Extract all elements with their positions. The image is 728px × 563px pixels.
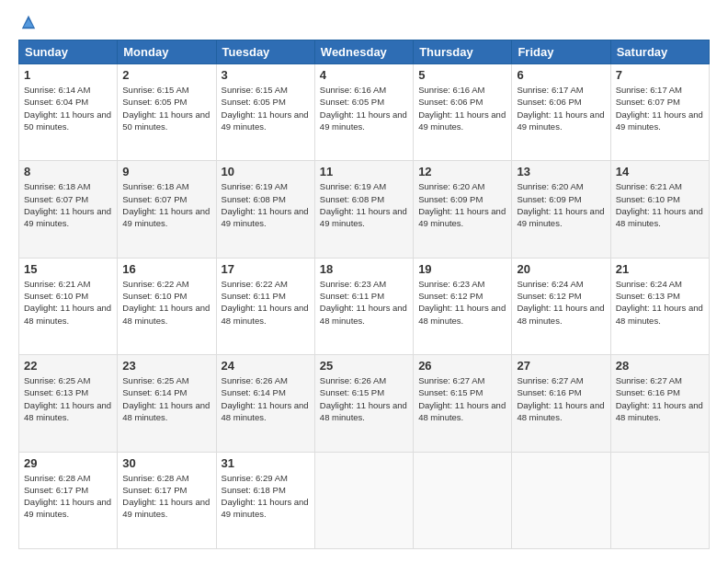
day-info: Sunrise: 6:16 AM Sunset: 6:06 PM Dayligh… — [418, 84, 506, 132]
calendar-cell: 8 Sunrise: 6:18 AM Sunset: 6:07 PM Dayli… — [19, 161, 118, 258]
day-info: Sunrise: 6:27 AM Sunset: 6:15 PM Dayligh… — [418, 374, 506, 423]
daylight-label: Daylight: 11 hours and 48 minutes. — [616, 400, 703, 422]
calendar-cell: 13 Sunrise: 6:20 AM Sunset: 6:09 PM Dayl… — [512, 161, 610, 258]
daylight-label: Daylight: 11 hours and 49 minutes. — [222, 497, 309, 519]
daylight-label: Daylight: 11 hours and 48 minutes. — [122, 400, 210, 422]
sunrise-label: Sunrise: 6:26 AM — [222, 375, 288, 385]
calendar-cell: 21 Sunrise: 6:24 AM Sunset: 6:13 PM Dayl… — [610, 258, 709, 354]
calendar-cell: 19 Sunrise: 6:23 AM Sunset: 6:12 PM Dayl… — [414, 258, 512, 354]
day-number: 30 — [122, 456, 210, 470]
sunset-label: Sunset: 6:08 PM — [320, 194, 384, 204]
sunrise-label: Sunrise: 6:27 AM — [418, 375, 484, 385]
calendar-cell: 5 Sunrise: 6:16 AM Sunset: 6:06 PM Dayli… — [414, 64, 512, 161]
weekday-header-row: SundayMondayTuesdayWednesdayThursdayFrid… — [19, 40, 710, 64]
day-number: 11 — [320, 165, 408, 178]
day-number: 15 — [24, 262, 112, 276]
day-number: 6 — [517, 68, 605, 82]
weekday-header-tuesday: Tuesday — [216, 40, 314, 64]
calendar-cell: 23 Sunrise: 6:25 AM Sunset: 6:14 PM Dayl… — [118, 355, 216, 452]
calendar-cell: 6 Sunrise: 6:17 AM Sunset: 6:06 PM Dayli… — [512, 64, 610, 161]
week-row-4: 22 Sunrise: 6:25 AM Sunset: 6:13 PM Dayl… — [19, 355, 710, 452]
daylight-label: Daylight: 11 hours and 48 minutes. — [418, 303, 506, 325]
calendar-cell: 12 Sunrise: 6:20 AM Sunset: 6:09 PM Dayl… — [414, 161, 512, 258]
sunset-label: Sunset: 6:17 PM — [24, 485, 88, 495]
calendar-cell: 7 Sunrise: 6:17 AM Sunset: 6:07 PM Dayli… — [610, 64, 709, 161]
day-number: 4 — [320, 68, 408, 82]
day-number: 1 — [24, 68, 112, 82]
daylight-label: Daylight: 11 hours and 49 minutes. — [24, 206, 111, 228]
day-info: Sunrise: 6:27 AM Sunset: 6:16 PM Dayligh… — [517, 374, 605, 423]
day-number: 26 — [418, 359, 506, 373]
daylight-label: Daylight: 11 hours and 48 minutes. — [517, 400, 604, 422]
calendar-cell: 10 Sunrise: 6:19 AM Sunset: 6:08 PM Dayl… — [216, 161, 314, 258]
sunset-label: Sunset: 6:11 PM — [222, 291, 286, 301]
day-info: Sunrise: 6:21 AM Sunset: 6:10 PM Dayligh… — [616, 180, 704, 229]
daylight-label: Daylight: 11 hours and 48 minutes. — [122, 303, 210, 325]
day-number: 17 — [222, 262, 310, 276]
sunset-label: Sunset: 6:13 PM — [24, 387, 88, 397]
sunrise-label: Sunrise: 6:23 AM — [418, 279, 484, 289]
daylight-label: Daylight: 11 hours and 48 minutes. — [24, 400, 111, 422]
week-row-5: 29 Sunrise: 6:28 AM Sunset: 6:17 PM Dayl… — [19, 452, 710, 548]
daylight-label: Daylight: 11 hours and 48 minutes. — [320, 400, 407, 422]
sunset-label: Sunset: 6:14 PM — [122, 387, 187, 397]
daylight-label: Daylight: 11 hours and 49 minutes. — [122, 206, 210, 228]
weekday-header-thursday: Thursday — [414, 40, 512, 64]
sunset-label: Sunset: 6:09 PM — [418, 194, 483, 204]
day-number: 23 — [122, 359, 210, 373]
weekday-header-sunday: Sunday — [19, 40, 118, 64]
week-row-1: 1 Sunrise: 6:14 AM Sunset: 6:04 PM Dayli… — [19, 64, 710, 161]
sunrise-label: Sunrise: 6:19 AM — [320, 181, 386, 191]
day-info: Sunrise: 6:22 AM Sunset: 6:10 PM Dayligh… — [122, 278, 210, 327]
sunset-label: Sunset: 6:07 PM — [616, 97, 680, 107]
sunset-label: Sunset: 6:07 PM — [122, 194, 187, 204]
calendar-cell: 2 Sunrise: 6:15 AM Sunset: 6:05 PM Dayli… — [118, 64, 216, 161]
header — [18, 14, 710, 30]
calendar-cell: 1 Sunrise: 6:14 AM Sunset: 6:04 PM Dayli… — [19, 64, 118, 161]
calendar-cell: 31 Sunrise: 6:29 AM Sunset: 6:18 PM Dayl… — [216, 452, 314, 548]
sunrise-label: Sunrise: 6:21 AM — [616, 181, 682, 191]
day-info: Sunrise: 6:23 AM Sunset: 6:12 PM Dayligh… — [418, 278, 506, 327]
sunrise-label: Sunrise: 6:29 AM — [222, 473, 288, 483]
day-info: Sunrise: 6:25 AM Sunset: 6:14 PM Dayligh… — [122, 374, 210, 423]
sunrise-label: Sunrise: 6:24 AM — [616, 279, 682, 289]
day-info: Sunrise: 6:24 AM Sunset: 6:13 PM Dayligh… — [616, 278, 704, 327]
sunset-label: Sunset: 6:10 PM — [122, 291, 187, 301]
daylight-label: Daylight: 11 hours and 48 minutes. — [517, 303, 604, 325]
day-number: 10 — [222, 165, 310, 178]
daylight-label: Daylight: 11 hours and 48 minutes. — [616, 206, 703, 228]
sunrise-label: Sunrise: 6:25 AM — [24, 375, 90, 385]
day-info: Sunrise: 6:20 AM Sunset: 6:09 PM Dayligh… — [517, 180, 605, 229]
calendar-cell: 29 Sunrise: 6:28 AM Sunset: 6:17 PM Dayl… — [19, 452, 118, 548]
day-info: Sunrise: 6:24 AM Sunset: 6:12 PM Dayligh… — [517, 278, 605, 327]
sunset-label: Sunset: 6:10 PM — [24, 291, 88, 301]
day-number: 20 — [517, 262, 605, 276]
calendar-cell: 16 Sunrise: 6:22 AM Sunset: 6:10 PM Dayl… — [118, 258, 216, 354]
calendar-cell: 26 Sunrise: 6:27 AM Sunset: 6:15 PM Dayl… — [414, 355, 512, 452]
day-info: Sunrise: 6:15 AM Sunset: 6:05 PM Dayligh… — [122, 84, 210, 132]
sunset-label: Sunset: 6:14 PM — [222, 387, 286, 397]
daylight-label: Daylight: 11 hours and 48 minutes. — [222, 303, 309, 325]
sunrise-label: Sunrise: 6:24 AM — [517, 279, 583, 289]
sunset-label: Sunset: 6:08 PM — [222, 194, 286, 204]
daylight-label: Daylight: 11 hours and 49 minutes. — [418, 109, 506, 132]
sunset-label: Sunset: 6:15 PM — [418, 387, 483, 397]
daylight-label: Daylight: 11 hours and 49 minutes. — [517, 206, 604, 228]
day-info: Sunrise: 6:26 AM Sunset: 6:15 PM Dayligh… — [320, 374, 408, 423]
sunset-label: Sunset: 6:16 PM — [616, 387, 680, 397]
sunset-label: Sunset: 6:18 PM — [222, 485, 286, 495]
sunrise-label: Sunrise: 6:28 AM — [24, 473, 90, 483]
logo — [18, 14, 37, 30]
logo-icon — [20, 14, 37, 30]
weekday-header-friday: Friday — [512, 40, 610, 64]
day-info: Sunrise: 6:17 AM Sunset: 6:06 PM Dayligh… — [517, 84, 605, 132]
day-number: 13 — [517, 165, 605, 178]
day-number: 7 — [616, 68, 704, 82]
day-number: 16 — [122, 262, 210, 276]
day-info: Sunrise: 6:28 AM Sunset: 6:17 PM Dayligh… — [24, 472, 112, 521]
sunset-label: Sunset: 6:12 PM — [517, 291, 581, 301]
day-info: Sunrise: 6:16 AM Sunset: 6:05 PM Dayligh… — [320, 84, 408, 132]
daylight-label: Daylight: 11 hours and 48 minutes. — [320, 303, 407, 325]
calendar-cell — [414, 452, 512, 548]
sunrise-label: Sunrise: 6:28 AM — [122, 473, 188, 483]
